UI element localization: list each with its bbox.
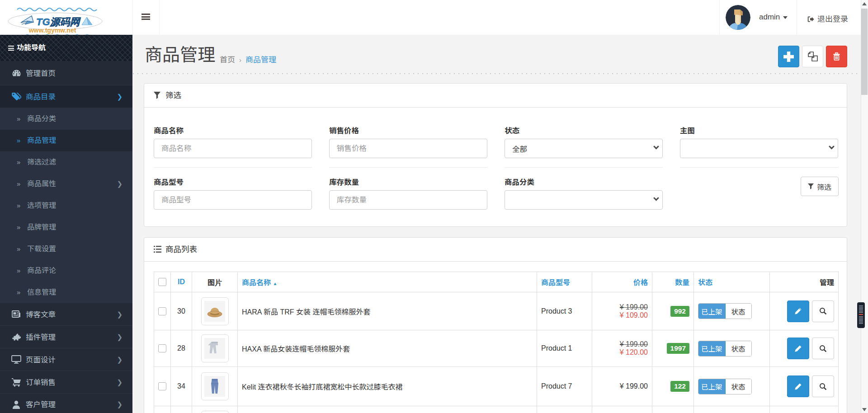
svg-text:TG源码网: TG源码网 <box>36 16 81 28</box>
svg-text:www.tgymw.net: www.tgymw.net <box>28 27 76 34</box>
